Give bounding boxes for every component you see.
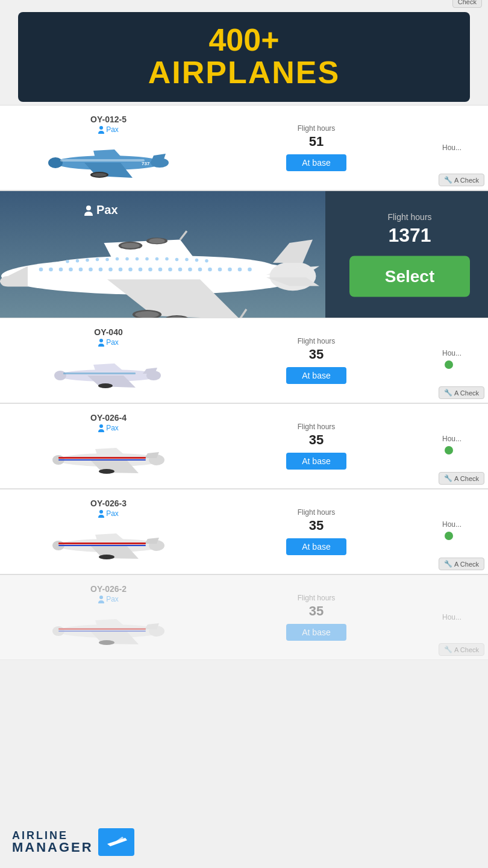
svg-rect-105 xyxy=(58,631,146,632)
plane-type-4: Pax xyxy=(98,509,119,518)
svg-point-75 xyxy=(98,383,113,388)
hours-until-2: Hou... xyxy=(422,349,482,372)
green-dot-4 xyxy=(445,532,453,540)
plane-row-3[interactable]: OY-026-4 Pax xyxy=(0,404,488,489)
svg-point-48 xyxy=(218,268,222,272)
plane-left-2: OY-040 Pax xyxy=(6,327,211,394)
plane-id-3: OY-026-4 xyxy=(90,413,127,423)
green-dot-2 xyxy=(445,360,453,369)
plane-center-2: Flight hours 35 At base xyxy=(211,337,422,384)
flight-hours-value-5: 35 xyxy=(309,603,324,619)
svg-point-9 xyxy=(92,173,107,177)
svg-marker-82 xyxy=(95,448,128,458)
svg-point-59 xyxy=(136,257,139,261)
svg-point-39 xyxy=(128,268,133,272)
svg-point-35 xyxy=(89,268,93,272)
flight-hours-value-2: 35 xyxy=(309,347,324,362)
plane-expanded[interactable]: Pax Flight hours 1371 Select xyxy=(0,191,488,318)
flight-hours-label-1: Flight hours xyxy=(298,124,336,133)
svg-point-33 xyxy=(69,268,73,272)
svg-rect-7 xyxy=(60,159,145,162)
svg-marker-93 xyxy=(145,538,159,544)
flight-hours-label-3: Flight hours xyxy=(298,423,336,431)
svg-point-37 xyxy=(108,268,113,272)
svg-point-96 xyxy=(99,555,114,559)
svg-point-41 xyxy=(148,268,152,272)
svg-rect-95 xyxy=(58,545,146,546)
svg-point-13 xyxy=(270,262,316,291)
flight-hours-label-2: Flight hours xyxy=(298,337,336,345)
at-base-btn-5[interactable]: At base xyxy=(286,624,346,641)
at-base-btn-2[interactable]: At base xyxy=(286,367,346,384)
svg-point-40 xyxy=(139,268,143,272)
a-check-1[interactable]: 🔧 A Check xyxy=(439,174,484,186)
a-check-5[interactable]: 🔧 A Check xyxy=(439,643,484,656)
logo-text: AIRLINE MANAGER xyxy=(12,830,93,854)
svg-point-86 xyxy=(99,469,114,474)
plane-left-3: OY-026-4 Pax xyxy=(6,413,211,479)
banner: 400+ AIRPLANES xyxy=(18,12,470,102)
select-button[interactable]: Select xyxy=(349,256,470,297)
svg-point-0 xyxy=(99,126,103,130)
plane-row-4[interactable]: OY-026-3 Pax xyxy=(0,489,488,574)
svg-rect-104 xyxy=(58,628,146,630)
logo-line2: MANAGER xyxy=(12,841,93,854)
svg-rect-85 xyxy=(58,459,146,461)
hours-until-5: Hou... xyxy=(422,613,482,621)
svg-marker-73 xyxy=(93,363,127,374)
svg-point-65 xyxy=(195,259,199,262)
svg-point-47 xyxy=(208,268,212,272)
person-icon-1 xyxy=(98,125,104,134)
a-check-4[interactable]: 🔧 A Check xyxy=(439,558,484,570)
a-check-3[interactable]: 🔧 A Check xyxy=(439,472,484,485)
svg-point-45 xyxy=(188,268,192,272)
person-icon-2 xyxy=(98,338,104,347)
person-icon-3 xyxy=(98,424,104,432)
plane-type-2: Pax xyxy=(98,338,119,347)
plane-center-3: Flight hours 35 At base xyxy=(211,423,422,470)
plane-row-1[interactable]: OY-012-5 Pax xyxy=(0,105,488,190)
svg-point-44 xyxy=(178,268,183,272)
svg-point-97 xyxy=(99,596,103,599)
svg-point-57 xyxy=(116,257,119,261)
svg-point-23 xyxy=(135,311,159,318)
plane-type-1: Pax xyxy=(98,125,119,134)
plane-image-5 xyxy=(42,608,175,650)
plane-left-1: OY-012-5 Pax xyxy=(6,115,211,181)
plane-id-2: OY-040 xyxy=(94,327,122,337)
svg-point-42 xyxy=(158,268,163,272)
plane-image-2 xyxy=(42,351,175,394)
expanded-right-panel: Flight hours 1371 Select xyxy=(349,212,470,297)
banner-line1: 400+ xyxy=(36,24,452,55)
plane-row-5[interactable]: OY-026-2 Pax xyxy=(0,575,488,660)
svg-rect-76 xyxy=(63,373,136,374)
plane-row-2[interactable]: OY-040 Pax xyxy=(0,318,488,403)
svg-rect-94 xyxy=(58,542,146,544)
svg-point-62 xyxy=(165,257,169,261)
flight-hours-value-3: 35 xyxy=(309,432,324,448)
svg-point-77 xyxy=(99,424,103,428)
svg-point-54 xyxy=(86,259,89,262)
svg-rect-84 xyxy=(58,457,146,459)
svg-point-29 xyxy=(149,238,164,244)
flight-hours-label-4: Flight hours xyxy=(298,508,336,517)
at-base-btn-1[interactable]: At base xyxy=(286,154,346,171)
at-base-btn-4[interactable]: At base xyxy=(286,538,346,555)
plane-id-1: OY-012-5 xyxy=(90,115,127,124)
svg-point-32 xyxy=(59,268,63,272)
flight-hours-value-1: 51 xyxy=(309,134,324,149)
plane-image-4 xyxy=(42,523,175,565)
at-base-btn-3[interactable]: At base xyxy=(286,453,346,470)
green-dot-3 xyxy=(445,446,453,454)
svg-point-68 xyxy=(99,339,103,342)
svg-point-63 xyxy=(175,258,179,262)
a-check-2[interactable]: 🔧 A Check xyxy=(439,386,484,399)
svg-point-53 xyxy=(76,259,80,263)
svg-point-38 xyxy=(119,268,123,272)
svg-point-71 xyxy=(54,371,66,380)
svg-point-34 xyxy=(79,268,83,272)
svg-point-64 xyxy=(185,258,189,262)
svg-point-3 xyxy=(48,157,63,168)
svg-marker-92 xyxy=(95,533,128,544)
person-icon-4 xyxy=(98,509,104,518)
